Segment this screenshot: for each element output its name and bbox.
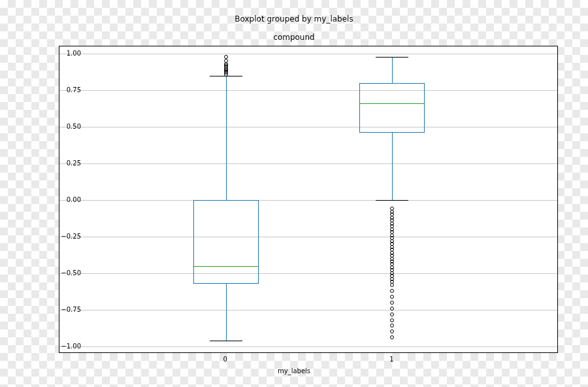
x-tick-label: 0 (223, 356, 227, 363)
y-tick-label: −0.25 (55, 232, 81, 239)
y-tick-label: 0.75 (55, 86, 81, 93)
outlier-point (390, 324, 394, 328)
outlier-point (224, 55, 228, 59)
x-axis-label: my_labels (0, 367, 588, 375)
outlier-point (390, 289, 394, 293)
gridline (59, 310, 557, 311)
outlier-point (390, 335, 394, 339)
chart-title: Boxplot grouped by my_labels (0, 14, 588, 24)
chart-subtitle: compound (0, 33, 588, 42)
y-tick-label: −0.75 (55, 305, 81, 312)
box (193, 200, 259, 284)
median-line (359, 103, 425, 104)
y-tick-label: 0.50 (55, 123, 81, 130)
cap-upper (376, 57, 408, 58)
y-tick-label: 0.25 (55, 160, 81, 167)
outlier-point (390, 283, 394, 287)
median-line (193, 266, 259, 267)
outlier-point (390, 295, 394, 299)
whisker-upper (226, 76, 227, 200)
outlier-point (390, 318, 394, 322)
whisker-lower (226, 284, 227, 341)
plot-area (59, 46, 558, 353)
box (359, 83, 425, 133)
outlier-point (390, 307, 394, 311)
gridline (59, 273, 557, 274)
gridline (59, 54, 557, 54)
outlier-point (390, 301, 394, 305)
gridline (59, 346, 557, 347)
x-tick-label: 1 (389, 356, 393, 363)
gridline (59, 127, 557, 127)
outlier-point (390, 329, 394, 333)
gridline (59, 200, 557, 201)
cap-lower (210, 341, 242, 341)
outlier-point (390, 312, 394, 316)
y-tick-label: 1.00 (55, 50, 81, 57)
y-tick-label: −0.50 (55, 269, 81, 276)
cap-lower (376, 200, 408, 201)
gridline (59, 163, 557, 164)
y-tick-label: −1.00 (55, 342, 81, 349)
gridline (59, 237, 557, 237)
chart-container: Boxplot grouped by my_labels compound my… (0, 0, 588, 387)
y-tick-label: 0.00 (55, 196, 81, 203)
gridline (59, 90, 557, 91)
whisker-lower (392, 133, 393, 200)
whisker-upper (392, 57, 393, 83)
outlier-point (224, 59, 228, 63)
